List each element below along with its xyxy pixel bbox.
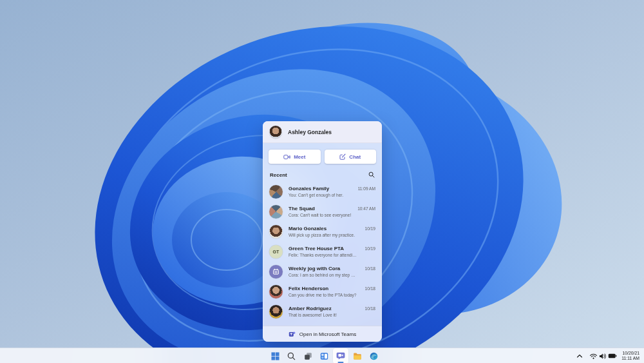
start-button[interactable] — [267, 348, 283, 363]
chat-item-felix-henderson[interactable]: Felix Henderson Can you drive me to the … — [263, 282, 382, 302]
tray-overflow-button[interactable] — [574, 349, 585, 363]
chat-name: The Squad — [289, 206, 357, 212]
chat-preview: You: Can't get enough of her. — [289, 192, 357, 198]
search-icon — [368, 172, 375, 178]
search-taskbar-button[interactable] — [284, 348, 299, 363]
chat-item-gonzales-family[interactable]: Gonzales Family You: Can't get enough of… — [263, 182, 382, 202]
search-icon — [287, 352, 296, 360]
edge-button[interactable] — [366, 348, 381, 363]
user-name: Ashley Gonzales — [288, 129, 332, 135]
taskbar-center-icons — [267, 348, 381, 363]
person-avatar — [269, 305, 283, 319]
wifi-icon — [589, 353, 598, 360]
system-tray: 10/20/21 11:11 AM — [574, 348, 641, 363]
group-avatar — [269, 185, 283, 199]
file-explorer-button[interactable] — [350, 348, 365, 363]
calendar-icon — [272, 268, 279, 275]
chat-preview: Cora: I am so behind on my step goals. — [289, 272, 357, 278]
chat-name: Mario Gonzales — [289, 226, 357, 232]
group-avatar — [269, 205, 283, 219]
chat-button-label: Chat — [349, 154, 361, 160]
teams-chat-flyout: Ashley Gonzales Meet Chat Recent — [263, 121, 382, 342]
chat-name: Felix Henderson — [289, 286, 357, 292]
person-avatar — [269, 225, 283, 239]
chat-item-green-tree-house-pta[interactable]: GT Green Tree House PTA Felix: Thanks ev… — [263, 242, 382, 262]
recent-chat-list: Gonzales Family You: Can't get enough of… — [263, 181, 382, 322]
windows-desktop: Ashley Gonzales Meet Chat Recent — [0, 0, 644, 363]
chat-panel-header: Ashley Gonzales — [263, 121, 382, 143]
user-avatar[interactable] — [269, 126, 282, 139]
chat-name: Gonzales Family — [289, 186, 357, 192]
chat-preview: Cora: Can't wait to see everyone! — [289, 212, 357, 218]
chat-time: 10/19 — [365, 246, 375, 251]
chat-item-amber-rodriguez[interactable]: Amber Rodriguez That is awesome! Love it… — [263, 302, 382, 322]
quick-settings[interactable] — [589, 353, 617, 360]
chat-time: 10/18 — [365, 266, 375, 271]
person-avatar — [269, 285, 283, 299]
avatar-initials: GT — [272, 250, 279, 254]
widgets-button[interactable] — [317, 348, 332, 363]
chat-preview: Will pick up pizza after my practice. — [289, 232, 357, 238]
chat-button[interactable]: Chat — [325, 150, 377, 164]
open-in-teams-label: Open in Microsoft Teams — [299, 331, 356, 337]
video-camera-icon — [283, 154, 290, 160]
chat-item-weekly-jog-with-cora[interactable]: Weekly jog with Cora Cora: I am so behin… — [263, 262, 382, 282]
initials-avatar: GT — [269, 245, 283, 259]
teams-chat-icon — [336, 351, 345, 360]
chat-name: Green Tree House PTA — [289, 246, 357, 252]
start-icon — [271, 352, 279, 360]
chat-time: 10/19 — [365, 226, 375, 231]
tray-date: 10/20/21 — [621, 351, 639, 356]
teams-logo-icon — [289, 331, 296, 338]
chat-item-the-squad[interactable]: The Squad Cora: Can't wait to see everyo… — [263, 202, 382, 222]
meet-button-label: Meet — [294, 154, 305, 160]
search-button[interactable] — [368, 172, 375, 178]
tray-time: 11:11 AM — [621, 356, 639, 361]
chat-time: 10/18 — [365, 306, 375, 311]
recent-title: Recent — [270, 172, 287, 178]
volume-icon — [599, 353, 607, 360]
task-view-button[interactable] — [300, 348, 316, 363]
task-view-icon — [304, 352, 312, 360]
taskbar-clock[interactable]: 10/20/21 11:11 AM — [621, 351, 641, 361]
chat-time: 10/18 — [365, 286, 375, 291]
chat-name: Weekly jog with Cora — [289, 266, 357, 272]
action-button-row: Meet Chat — [263, 143, 382, 164]
meeting-avatar — [269, 265, 283, 279]
teams-chat-taskbar-button[interactable] — [333, 348, 348, 363]
chat-time: 11:09 AM — [358, 186, 375, 191]
battery-icon — [608, 353, 617, 359]
open-in-teams-link[interactable]: Open in Microsoft Teams — [263, 326, 382, 342]
chat-item-mario-gonzales[interactable]: Mario Gonzales Will pick up pizza after … — [263, 222, 382, 242]
taskbar: 10/20/21 11:11 AM — [0, 348, 644, 363]
chat-preview: That is awesome! Love it! — [289, 312, 357, 318]
recent-header-row: Recent — [263, 164, 382, 181]
compose-icon — [339, 153, 346, 160]
chat-preview: Felix: Thanks everyone for attending tod… — [289, 252, 357, 258]
widgets-icon — [320, 352, 328, 360]
meet-button[interactable]: Meet — [269, 150, 321, 164]
chat-time: 10:47 AM — [357, 206, 375, 211]
chat-preview: Can you drive me to the PTA today? — [289, 292, 357, 298]
file-explorer-icon — [353, 352, 362, 360]
edge-icon — [370, 352, 378, 360]
chat-name: Amber Rodriguez — [289, 306, 357, 312]
chevron-up-icon — [576, 354, 583, 358]
